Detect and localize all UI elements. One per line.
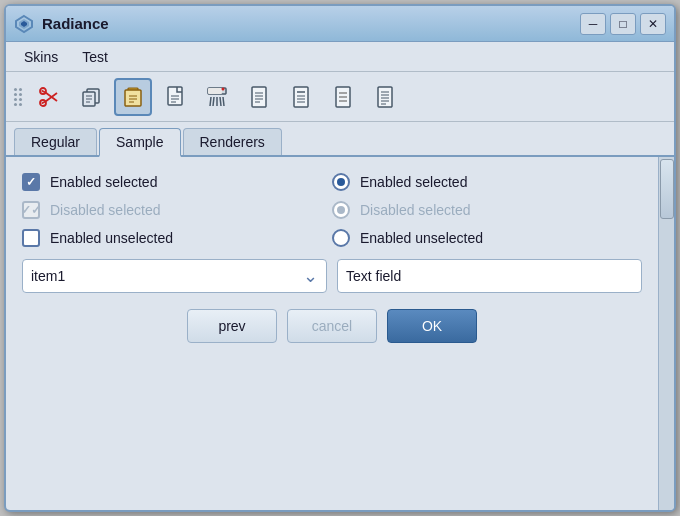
document3-icon: [289, 85, 313, 109]
toolbar: [6, 72, 674, 122]
checkbox-enabled-unselected-label: Enabled unselected: [50, 230, 173, 246]
tabs: Regular Sample Renderers: [6, 122, 674, 157]
checkbox-enabled-selected-input[interactable]: [22, 173, 40, 191]
radio-enabled-selected: Enabled selected: [332, 173, 642, 191]
checkbox-enabled-unselected-input[interactable]: [22, 229, 40, 247]
svg-rect-15: [125, 90, 141, 106]
minimize-button[interactable]: ─: [580, 13, 606, 35]
menu-bar: Skins Test: [6, 42, 674, 72]
radio-disabled-selected: Disabled selected: [332, 201, 642, 219]
cut-button[interactable]: [30, 78, 68, 116]
ok-button[interactable]: OK: [387, 309, 477, 343]
close-button[interactable]: ✕: [640, 13, 666, 35]
copy-icon: [79, 85, 103, 109]
button-row: prev cancel OK: [22, 305, 642, 351]
dropdown-value: item1: [31, 268, 303, 284]
shredder-button[interactable]: [198, 78, 236, 116]
radio-enabled-unselected-label: Enabled unselected: [360, 230, 483, 246]
svg-line-26: [210, 97, 211, 106]
window-controls: ─ □ ✕: [580, 13, 666, 35]
main-window: Radiance ─ □ ✕ Skins Test: [4, 4, 676, 512]
controls-row: item1 ⌄: [22, 259, 642, 293]
scrollbar[interactable]: [658, 157, 674, 510]
dropdown-arrow-icon: ⌄: [303, 265, 318, 287]
toolbar-grip: [14, 88, 22, 106]
radio-enabled-unselected-input[interactable]: [332, 229, 350, 247]
document5-button[interactable]: [366, 78, 404, 116]
document3-button[interactable]: [282, 78, 320, 116]
content-area: Enabled selected ✓ Disabled selected Ena…: [6, 157, 674, 510]
radio-enabled-unselected: Enabled unselected: [332, 229, 642, 247]
window-title: Radiance: [42, 15, 580, 32]
shredder-icon: [205, 85, 229, 109]
checkbox-enabled-selected: Enabled selected: [22, 173, 332, 191]
text-field-input[interactable]: [337, 259, 642, 293]
svg-rect-31: [252, 87, 266, 107]
clipboard-icon: [121, 85, 145, 109]
main-content: Enabled selected ✓ Disabled selected Ena…: [6, 157, 658, 510]
svg-line-8: [42, 101, 46, 103]
title-bar: Radiance ─ □ ✕: [6, 6, 674, 42]
copy-button[interactable]: [72, 78, 110, 116]
tab-sample[interactable]: Sample: [99, 128, 180, 157]
radio-enabled-selected-input[interactable]: [332, 173, 350, 191]
paste-button[interactable]: [114, 78, 152, 116]
menu-test[interactable]: Test: [72, 45, 118, 69]
radio-group: Enabled selected Disabled selected Enabl…: [332, 173, 642, 247]
checkbox-group: Enabled selected ✓ Disabled selected Ena…: [22, 173, 332, 247]
checkbox-enabled-unselected: Enabled unselected: [22, 229, 332, 247]
svg-rect-36: [294, 87, 308, 107]
svg-line-30: [223, 97, 224, 106]
dropdown[interactable]: item1 ⌄: [22, 259, 327, 293]
document4-button[interactable]: [324, 78, 362, 116]
radio-disabled-selected-input: [332, 201, 350, 219]
svg-line-7: [42, 90, 46, 92]
radio-disabled-selected-label: Disabled selected: [360, 202, 471, 218]
maximize-button[interactable]: □: [610, 13, 636, 35]
checkbox-disabled-selected-label: Disabled selected: [50, 202, 161, 218]
checkbox-disabled-selected-input: ✓: [22, 201, 40, 219]
document1-icon: [163, 85, 187, 109]
svg-point-25: [222, 87, 225, 90]
checkbox-enabled-selected-label: Enabled selected: [50, 174, 157, 190]
svg-line-29: [220, 97, 221, 106]
cancel-button: cancel: [287, 309, 377, 343]
tab-renderers[interactable]: Renderers: [183, 128, 282, 155]
document1-button[interactable]: [156, 78, 194, 116]
document2-button[interactable]: [240, 78, 278, 116]
menu-skins[interactable]: Skins: [14, 45, 68, 69]
svg-line-27: [213, 97, 214, 106]
document4-icon: [331, 85, 355, 109]
document2-icon: [247, 85, 271, 109]
prev-button[interactable]: prev: [187, 309, 277, 343]
app-icon: [14, 14, 34, 34]
options-columns: Enabled selected ✓ Disabled selected Ena…: [22, 173, 642, 247]
tab-regular[interactable]: Regular: [14, 128, 97, 155]
scroll-thumb[interactable]: [660, 159, 674, 219]
radio-enabled-selected-label: Enabled selected: [360, 174, 467, 190]
scissors-icon: [37, 85, 61, 109]
checkbox-disabled-selected: ✓ Disabled selected: [22, 201, 332, 219]
document5-icon: [373, 85, 397, 109]
svg-rect-24: [208, 88, 222, 94]
